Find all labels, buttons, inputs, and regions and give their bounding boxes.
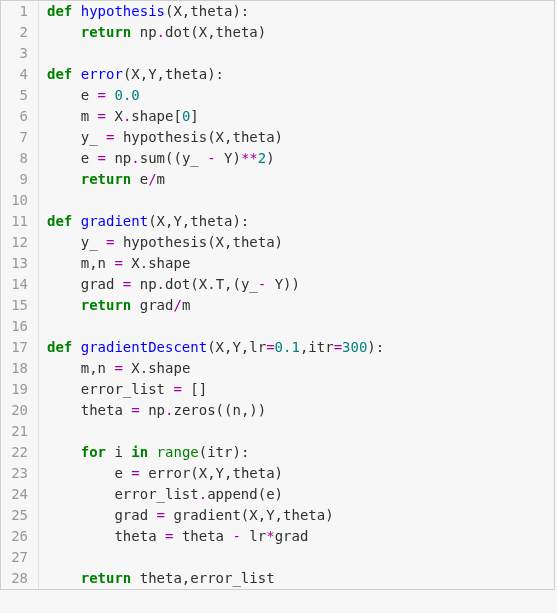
line-number: 2 bbox=[1, 22, 39, 43]
code-line: 25 grad = gradient(X,Y,theta) bbox=[1, 505, 554, 526]
code-content: m = X.shape[0] bbox=[39, 106, 199, 127]
code-content: grad = np.dot(X.T,(y_- Y)) bbox=[39, 274, 300, 295]
line-number: 5 bbox=[1, 85, 39, 106]
code-line: 13 m,n = X.shape bbox=[1, 253, 554, 274]
code-line: 22 for i in range(itr): bbox=[1, 442, 554, 463]
code-line: 24 error_list.append(e) bbox=[1, 484, 554, 505]
code-content: def hypothesis(X,theta): bbox=[39, 1, 249, 22]
code-content: return np.dot(X,theta) bbox=[39, 22, 266, 43]
code-line: 10 bbox=[1, 190, 554, 211]
code-line: 12 y_ = hypothesis(X,theta) bbox=[1, 232, 554, 253]
code-content: y_ = hypothesis(X,theta) bbox=[39, 127, 283, 148]
code-line: 16 bbox=[1, 316, 554, 337]
code-line: 27 bbox=[1, 547, 554, 568]
code-content: error_list.append(e) bbox=[39, 484, 283, 505]
line-number: 21 bbox=[1, 421, 39, 442]
code-content: return grad/m bbox=[39, 295, 190, 316]
line-number: 14 bbox=[1, 274, 39, 295]
code-block: 1def hypothesis(X,theta):2 return np.dot… bbox=[0, 0, 555, 590]
code-line: 18 m,n = X.shape bbox=[1, 358, 554, 379]
line-number: 18 bbox=[1, 358, 39, 379]
code-line: 14 grad = np.dot(X.T,(y_- Y)) bbox=[1, 274, 554, 295]
code-line: 6 m = X.shape[0] bbox=[1, 106, 554, 127]
code-content: error_list = [] bbox=[39, 379, 207, 400]
code-line: 1def hypothesis(X,theta): bbox=[1, 1, 554, 22]
code-content: m,n = X.shape bbox=[39, 253, 190, 274]
code-line: 3 bbox=[1, 43, 554, 64]
code-content: e = 0.0 bbox=[39, 85, 140, 106]
code-line: 5 e = 0.0 bbox=[1, 85, 554, 106]
code-line: 2 return np.dot(X,theta) bbox=[1, 22, 554, 43]
code-line: 7 y_ = hypothesis(X,theta) bbox=[1, 127, 554, 148]
code-line: 4def error(X,Y,theta): bbox=[1, 64, 554, 85]
code-line: 9 return e/m bbox=[1, 169, 554, 190]
line-number: 15 bbox=[1, 295, 39, 316]
code-line: 28 return theta,error_list bbox=[1, 568, 554, 589]
code-content: theta = np.zeros((n,)) bbox=[39, 400, 266, 421]
code-content: return theta,error_list bbox=[39, 568, 275, 589]
line-number: 17 bbox=[1, 337, 39, 358]
code-line: 11def gradient(X,Y,theta): bbox=[1, 211, 554, 232]
code-content: def gradient(X,Y,theta): bbox=[39, 211, 249, 232]
line-number: 13 bbox=[1, 253, 39, 274]
code-content: for i in range(itr): bbox=[39, 442, 249, 463]
line-number: 8 bbox=[1, 148, 39, 169]
code-line: 20 theta = np.zeros((n,)) bbox=[1, 400, 554, 421]
line-number: 16 bbox=[1, 316, 39, 337]
code-content: y_ = hypothesis(X,theta) bbox=[39, 232, 283, 253]
code-content: def error(X,Y,theta): bbox=[39, 64, 224, 85]
code-content: m,n = X.shape bbox=[39, 358, 190, 379]
code-line: 23 e = error(X,Y,theta) bbox=[1, 463, 554, 484]
code-line: 21 bbox=[1, 421, 554, 442]
line-number: 12 bbox=[1, 232, 39, 253]
line-number: 4 bbox=[1, 64, 39, 85]
code-line: 15 return grad/m bbox=[1, 295, 554, 316]
code-content: return e/m bbox=[39, 169, 165, 190]
line-number: 19 bbox=[1, 379, 39, 400]
code-content: def gradientDescent(X,Y,lr=0.1,itr=300): bbox=[39, 337, 384, 358]
line-number: 7 bbox=[1, 127, 39, 148]
line-number: 24 bbox=[1, 484, 39, 505]
code-line: 17def gradientDescent(X,Y,lr=0.1,itr=300… bbox=[1, 337, 554, 358]
code-content: e = error(X,Y,theta) bbox=[39, 463, 283, 484]
line-number: 1 bbox=[1, 1, 39, 22]
line-number: 11 bbox=[1, 211, 39, 232]
code-line: 19 error_list = [] bbox=[1, 379, 554, 400]
line-number: 6 bbox=[1, 106, 39, 127]
line-number: 25 bbox=[1, 505, 39, 526]
code-content: e = np.sum((y_ - Y)**2) bbox=[39, 148, 275, 169]
line-number: 10 bbox=[1, 190, 39, 211]
line-number: 3 bbox=[1, 43, 39, 64]
line-number: 22 bbox=[1, 442, 39, 463]
line-number: 23 bbox=[1, 463, 39, 484]
line-number: 27 bbox=[1, 547, 39, 568]
line-number: 20 bbox=[1, 400, 39, 421]
line-number: 26 bbox=[1, 526, 39, 547]
code-line: 26 theta = theta - lr*grad bbox=[1, 526, 554, 547]
line-number: 28 bbox=[1, 568, 39, 589]
code-content: grad = gradient(X,Y,theta) bbox=[39, 505, 334, 526]
line-number: 9 bbox=[1, 169, 39, 190]
code-line: 8 e = np.sum((y_ - Y)**2) bbox=[1, 148, 554, 169]
code-content: theta = theta - lr*grad bbox=[39, 526, 308, 547]
